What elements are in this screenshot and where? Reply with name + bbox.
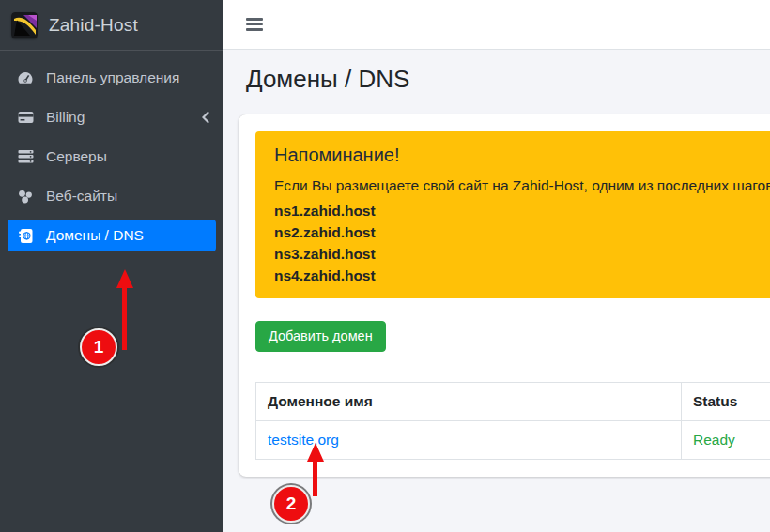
nameserver-3: ns3.zahid.host [274, 243, 770, 265]
brand[interactable]: Zahid-Host [0, 0, 223, 51]
sidebar-item-websites[interactable]: Веб-сайты [8, 180, 216, 212]
column-header-domain-name: Доменное имя [256, 383, 682, 421]
content-card: Напоминание! Если Вы размещаете свой сай… [239, 114, 770, 477]
sidebar-item-servers[interactable]: Серверы [8, 141, 216, 173]
brand-title: Zahid-Host [49, 15, 138, 36]
sidebar: Zahid-Host Панель управления [0, 0, 223, 532]
alert-body-text: Если Вы размещаете свой сайт на Zahid-Ho… [274, 175, 770, 195]
domains-table: Доменное имя Status testsite.org Ready [255, 382, 770, 460]
nameserver-2: ns2.zahid.host [274, 221, 770, 243]
annotation-circle-1: 1 [80, 328, 117, 366]
main-area: Домены / DNS Напоминание! Если Вы размещ… [223, 0, 770, 532]
sidebar-item-label: Домены / DNS [46, 227, 144, 244]
annotation-arrow-2-head [307, 443, 324, 462]
reminder-alert: Напоминание! Если Вы размещаете свой сай… [255, 131, 770, 298]
annotation-arrow-2-shaft [313, 461, 317, 496]
content: Домены / DNS Напоминание! Если Вы размещ… [223, 65, 770, 477]
sidebar-nav: Панель управления Billing [0, 51, 223, 270]
alert-title: Напоминание! [274, 143, 770, 168]
sidebar-item-label: Billing [46, 109, 85, 126]
hamburger-menu-icon[interactable] [246, 15, 263, 34]
credit-card-icon [14, 111, 37, 124]
column-header-status: Status [682, 383, 770, 421]
annotation-arrow-1-shaft [122, 287, 127, 350]
status-value: Ready [682, 421, 770, 460]
sidebar-item-label: Серверы [46, 148, 107, 165]
chevron-left-icon [202, 112, 209, 123]
address-book-globe-icon [14, 228, 37, 244]
sidebar-item-dashboard[interactable]: Панель управления [8, 62, 216, 94]
table-header-row: Доменное имя Status [256, 383, 770, 421]
annotation-arrow-1-head [116, 269, 133, 288]
page-title: Домены / DNS [246, 65, 770, 94]
domain-link[interactable]: testsite.org [268, 432, 339, 448]
sidebar-item-domains-dns[interactable]: Домены / DNS [8, 220, 216, 251]
nameserver-1: ns1.zahid.host [274, 200, 770, 221]
circle-nodes-icon [14, 190, 37, 204]
topbar [223, 0, 770, 50]
add-domain-button[interactable]: Добавить домен [255, 321, 386, 352]
nameserver-4: ns4.zahid.host [274, 265, 770, 286]
sidebar-item-billing[interactable]: Billing [8, 101, 216, 133]
annotation-circle-2: 2 [272, 485, 310, 523]
tachometer-icon [14, 70, 37, 85]
brand-logo-icon [11, 12, 38, 38]
sidebar-item-label: Веб-сайты [46, 188, 117, 205]
table-row: testsite.org Ready [256, 421, 770, 460]
server-icon [14, 149, 37, 164]
sidebar-item-label: Панель управления [46, 69, 179, 86]
